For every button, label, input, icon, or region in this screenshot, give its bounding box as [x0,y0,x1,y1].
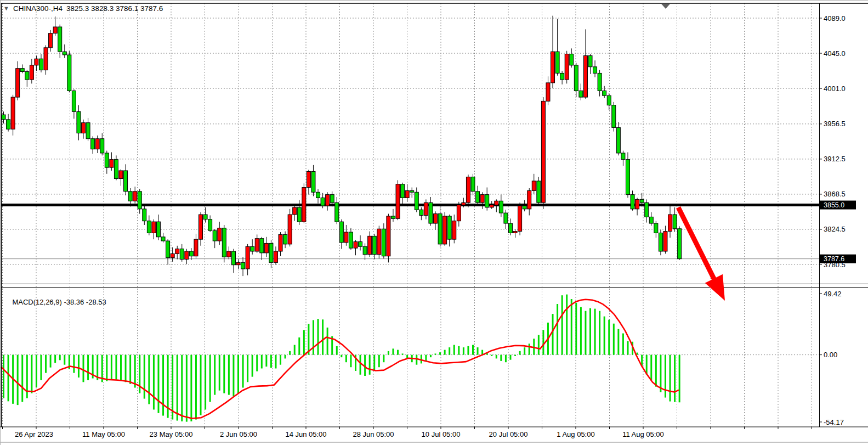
support-line-3855[interactable] [2,204,819,206]
svg-text:10 Jul 05:00: 10 Jul 05:00 [422,430,461,438]
trend-arrow[interactable] [678,207,725,301]
svg-text:11 Aug 05:00: 11 Aug 05:00 [622,430,664,438]
svg-text:49.42: 49.42 [824,290,842,298]
svg-text:28 Jun 05:00: 28 Jun 05:00 [353,430,394,438]
macd-name: MACD(12,26,9) [12,298,61,306]
symbol-timeframe-label: CHINA300-,H4 [13,4,63,13]
symbol-ohlc-values: 3825.3 3828.3 3786.1 3787.6 [66,4,163,13]
svg-text:26 Apr 2023: 26 Apr 2023 [15,430,53,438]
time-axis[interactable]: 26 Apr 202311 May 05:0023 May 05:002 Jun… [3,427,812,438]
svg-text:4045.0: 4045.0 [824,49,846,58]
symbol-dropdown-icon: ▼ [3,5,9,12]
svg-text:0.00: 0.00 [824,351,837,359]
svg-text:20 Jul 05:00: 20 Jul 05:00 [489,430,528,438]
macd-indicator-label: MACD(12,26,9) -38.36 -28.53 [4,290,106,314]
svg-text:3824.5: 3824.5 [824,225,846,233]
price-axis[interactable]: 4089.04045.04001.03956.53912.53868.53824… [819,14,846,426]
svg-text:3855.0: 3855.0 [824,201,844,209]
svg-text:1 Aug 05:00: 1 Aug 05:00 [557,430,594,438]
svg-text:23 May 05:00: 23 May 05:00 [150,430,193,438]
svg-text:11 May 05:00: 11 May 05:00 [82,430,125,438]
macd-values: -38.36 -28.53 [64,298,106,306]
svg-text:3956.5: 3956.5 [824,120,846,128]
svg-text:3868.5: 3868.5 [824,190,846,198]
symbol-header: ▼CHINA300-,H43825.3 3828.3 3786.1 3787.6 [3,4,163,13]
trading-terminal-window: 4089.04045.04001.03956.53912.53868.53824… [0,0,868,445]
svg-text:4001.0: 4001.0 [824,85,846,93]
grid-layer [2,3,819,427]
svg-text:3912.5: 3912.5 [824,155,846,163]
chart-top-marker-icon [661,4,670,9]
svg-text:14 Jun 05:00: 14 Jun 05:00 [285,430,326,438]
svg-text:3787.6: 3787.6 [824,255,844,263]
price-chart-canvas[interactable]: 4089.04045.04001.03956.53912.53868.53824… [0,0,868,445]
svg-text:2 Jun 05:00: 2 Jun 05:00 [220,430,257,438]
svg-text:4089.0: 4089.0 [824,14,846,22]
svg-text:-54.17: -54.17 [824,418,844,426]
